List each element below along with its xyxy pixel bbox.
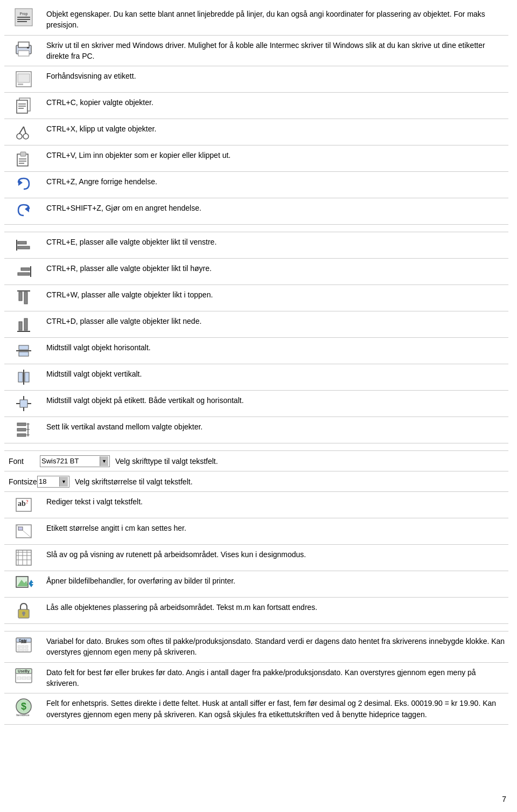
fontsize-dropdown[interactable]: 18 ▼ xyxy=(37,476,69,488)
svg-rect-84 xyxy=(25,646,28,648)
svg-marker-72 xyxy=(29,580,33,583)
row-properties: Prop Objekt egenskaper. Du kan sette bla… xyxy=(4,4,508,36)
useby-icon: UseBy xyxy=(14,666,33,685)
icon-cell-useby: UseBy xyxy=(4,665,43,686)
icon-cell-paste xyxy=(4,148,43,169)
svg-rect-28 xyxy=(16,240,17,251)
text-lock: Lås alle objektenes plassering på arbeid… xyxy=(43,600,508,615)
icon-cell-undo xyxy=(4,174,43,196)
page-container: Prop Objekt egenskaper. Du kan sette bla… xyxy=(0,0,517,746)
row-lock: Lås alle objektenes plassering på arbeid… xyxy=(4,598,508,624)
section-spacer-3 xyxy=(4,624,508,631)
svg-rect-8 xyxy=(27,47,29,48)
icon-cell-redo xyxy=(4,200,43,222)
text-itemprice: Felt for enhetspris. Settes direkte i de… xyxy=(43,696,508,722)
row-paste: CTRL+V, Lim inn objekter som er kopier e… xyxy=(4,145,508,172)
svg-rect-36 xyxy=(24,292,27,304)
font-dropdown-arrow[interactable]: ▼ xyxy=(100,456,108,466)
row-equal-spacing: Sett lik vertikal avstand mellom valgte … xyxy=(4,417,508,443)
text-grid: Slå av og på visning av rutenett på arbe… xyxy=(43,547,508,562)
font-description: Velg skrifttype til valgt tekstfelt. xyxy=(115,457,218,466)
row-grid: Slå av og på visning av rutenett på arbe… xyxy=(4,545,508,571)
center-v-icon xyxy=(14,367,33,387)
icon-cell-label-size xyxy=(4,520,43,542)
svg-rect-51 xyxy=(17,434,26,436)
cut-icon xyxy=(14,122,33,142)
font-label: Font xyxy=(4,457,37,466)
svg-rect-2 xyxy=(17,17,30,18)
row-cut: CTRL+X, klipp ut valgte objekter. xyxy=(4,119,508,145)
row-align-left: CTRL+E, plasser alle valgte objekter lik… xyxy=(4,232,508,259)
text-equal-spacing: Sett lik vertikal avstand mellom valgte … xyxy=(43,419,508,434)
paste-icon xyxy=(14,149,33,168)
row-align-bottom: CTRL+D, plasser alle valgte objekter lik… xyxy=(4,311,508,338)
icon-cell-equal-spacing xyxy=(4,419,43,441)
svg-rect-7 xyxy=(18,51,29,56)
grid-icon xyxy=(14,548,33,567)
text-center-v: Midtstill valgt objekt vertikalt. xyxy=(43,366,508,381)
font-dropdown[interactable]: Swis721 BT ▼ xyxy=(40,455,110,467)
fontsize-row: Fontsize 18 ▼ Velg skriftstørrelse til v… xyxy=(4,471,508,492)
row-center-v: Midtstill valgt objekt vertikalt. xyxy=(4,364,508,391)
text-properties: Objekt egenskaper. Du kan sette blant an… xyxy=(43,6,508,33)
text-paste: CTRL+V, Lim inn objekter som er kopier e… xyxy=(43,148,508,163)
svg-rect-85 xyxy=(18,649,20,651)
svg-rect-6 xyxy=(18,42,29,47)
page-number: 7 xyxy=(502,795,506,803)
svg-rect-94 xyxy=(27,677,31,679)
svg-rect-35 xyxy=(19,292,22,301)
svg-rect-48 xyxy=(20,400,27,407)
svg-rect-24 xyxy=(19,161,26,162)
text-redo: CTRL+SHIFT+Z, Gjør om en angret hendelse… xyxy=(43,200,508,216)
align-bottom-icon xyxy=(14,315,33,334)
icon-cell-center-both xyxy=(4,393,43,414)
fontsize-label: Fontsize xyxy=(4,477,37,486)
svg-text:Date: Date xyxy=(19,639,27,642)
text-print: Skriv ut til en skriver med Windows driv… xyxy=(43,38,508,64)
svg-rect-15 xyxy=(18,106,26,107)
image-transfer-icon xyxy=(14,574,33,594)
row-print: Skriv ut til en skriver med Windows driv… xyxy=(4,36,508,67)
svg-rect-32 xyxy=(21,268,30,270)
text-date: Variabel for dato. Brukes som oftes til … xyxy=(43,634,508,660)
svg-rect-61 xyxy=(18,527,23,530)
svg-marker-26 xyxy=(18,179,23,186)
svg-rect-38 xyxy=(19,322,22,330)
svg-rect-40 xyxy=(16,350,31,351)
preview-icon xyxy=(14,70,33,89)
svg-rect-39 xyxy=(24,318,27,330)
svg-rect-4 xyxy=(17,21,27,22)
text-align-right: CTRL+R, plasser alle valgte objekter lik… xyxy=(43,261,508,276)
row-redo: CTRL+SHIFT+Z, Gjør om en angret hendelse… xyxy=(4,198,508,225)
align-right-icon xyxy=(14,262,33,281)
icon-cell-align-left xyxy=(4,234,43,256)
row-label-size: Etikett størrelse angitt i cm kan settes… xyxy=(4,518,508,545)
print-icon xyxy=(14,39,33,58)
svg-rect-50 xyxy=(17,428,26,431)
svg-rect-82 xyxy=(18,646,20,648)
svg-rect-44 xyxy=(18,372,23,382)
row-image-transfer: Åpner bildefilbehandler, for overføring … xyxy=(4,571,508,598)
icon-cell-grid xyxy=(4,547,43,568)
icon-cell-align-top xyxy=(4,287,43,309)
align-top-icon xyxy=(14,288,33,308)
svg-rect-25 xyxy=(19,163,24,164)
svg-line-19 xyxy=(19,127,24,134)
section-spacer-1 xyxy=(4,225,508,232)
text-preview: Forhåndsvisning av etikett. xyxy=(43,68,508,84)
svg-rect-30 xyxy=(18,246,30,249)
text-center-both: Midtstill valgt objekt på etikett. Både … xyxy=(43,393,508,408)
svg-rect-31 xyxy=(30,266,31,277)
row-edit-text: ab ? Rediger tekst i valgt tekstfelt. xyxy=(4,492,508,518)
svg-rect-74 xyxy=(29,583,32,585)
svg-rect-92 xyxy=(17,677,21,679)
icon-cell-align-right xyxy=(4,261,43,282)
undo-icon xyxy=(14,175,33,195)
fontsize-dropdown-arrow[interactable]: ▼ xyxy=(59,477,68,487)
svg-rect-86 xyxy=(22,649,24,651)
svg-rect-77 xyxy=(23,613,25,616)
svg-text:?: ? xyxy=(26,499,29,505)
text-copy: CTRL+C, kopier valgte objekter. xyxy=(43,95,508,110)
row-align-top: CTRL+W, plasser alle valgte objekter lik… xyxy=(4,285,508,311)
svg-rect-83 xyxy=(22,646,24,648)
